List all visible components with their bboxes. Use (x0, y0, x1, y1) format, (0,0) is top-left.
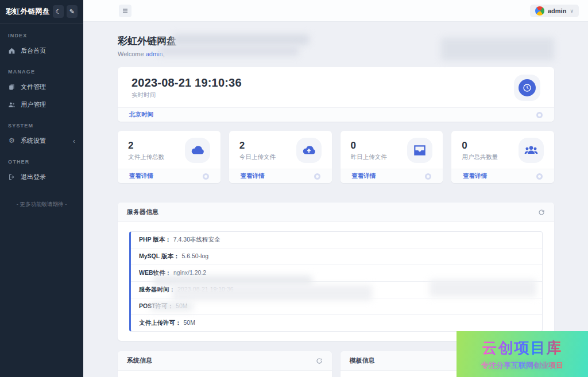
section-header: MANAGE (0, 69, 83, 75)
app-root: 彩虹外链网盘 ☾ ✎ INDEX 后台首页 MANAGE 文件管理 用户管理 S… (0, 0, 588, 377)
logout-icon (8, 173, 16, 181)
info-label: 服务器时间： (139, 286, 175, 294)
info-value: 7.4.30非线程安全 (173, 236, 220, 244)
home-icon (8, 47, 16, 55)
welcome-greeting: Welcome admin, (118, 50, 554, 57)
sidebar-section-other: OTHER 退出登录 (0, 159, 83, 186)
arrow-circle-icon[interactable] (314, 173, 320, 180)
info-row: 服务器时间：2023-08-21 19:10:36 (131, 282, 542, 298)
sidebar-item-settings[interactable]: ⚙ 系统设置 ‹ (0, 132, 83, 150)
sidebar-section-manage: MANAGE 文件管理 用户管理 (0, 69, 83, 114)
stat-label: 今日上传文件 (239, 153, 276, 161)
sidebar-section-index: INDEX 后台首页 (0, 33, 83, 60)
system-info-body: 您使用的已是最新版本！ (118, 371, 332, 377)
server-info-card: 服务器信息 PHP 版本：7.4.30非线程安全 MySQL 版本：5.6.50… (118, 203, 554, 341)
info-label: MySQL 版本： (139, 252, 179, 261)
stat-body: 2 文件上传总数 (118, 131, 220, 169)
sidebar-item-files[interactable]: 文件管理 (0, 78, 83, 96)
info-value: 50M (176, 302, 187, 310)
section-header: SYSTEM (0, 123, 83, 129)
welcome-block: 彩虹外链网盘 Welcome admin, (118, 34, 554, 57)
system-info-card: 系统信息 您使用的已是最新版本！ (118, 351, 332, 377)
cloud-upload-icon (301, 143, 316, 158)
stat-body: 0 昨日上传文件 (341, 131, 443, 169)
info-label: PHP 版本： (139, 236, 171, 244)
arrow-circle-icon[interactable] (425, 173, 431, 180)
info-value: 2023-08-21 19:10:36 (177, 286, 234, 294)
clock-label: 实时时间 (131, 91, 242, 99)
stat-value: 0 (462, 140, 498, 151)
hamburger-icon (122, 7, 129, 14)
user-name: admin (548, 7, 566, 14)
stat-icon-wrap (519, 138, 544, 163)
stat-icon-wrap (407, 138, 432, 163)
greeting-prefix: Welcome (118, 50, 144, 57)
avatar (535, 6, 544, 15)
current-time: 2023-08-21 19:10:36 (131, 76, 242, 90)
stat-card-total-users: 0 用户总共数量 查看详情 (451, 131, 554, 183)
sidebar-toggle-button[interactable] (119, 5, 131, 17)
clock-icon-wrap (514, 75, 540, 101)
chevron-down-icon: ∨ (570, 8, 574, 14)
greeting-user-link[interactable]: admin (146, 50, 163, 57)
stat-value: 2 (239, 140, 276, 151)
server-info-body: PHP 版本：7.4.30非线程安全 MySQL 版本：5.6.50-log W… (118, 222, 554, 341)
info-value: 5.6.50-log (181, 252, 208, 261)
info-label: 文件上传许可： (139, 319, 181, 327)
sidebar-item-users[interactable]: 用户管理 (0, 96, 83, 114)
stats-row: 2 文件上传总数 查看详情 2 (118, 131, 554, 183)
info-row: 文件上传许可：50M (131, 315, 542, 331)
view-details-link[interactable]: 查看详情 (129, 172, 153, 180)
user-menu[interactable]: admin ∨ (530, 5, 579, 17)
watermark-title: 云创项目库 (482, 338, 563, 358)
info-row: WEB软件：nginx/1.20.2 (131, 265, 542, 282)
stat-card-today-uploads: 2 今日上传文件 查看详情 (229, 131, 332, 183)
stat-label: 昨日上传文件 (351, 153, 387, 161)
info-row: POST许可：50M (131, 298, 542, 315)
view-details-link[interactable]: 查看详情 (352, 172, 376, 180)
section-header: OTHER (0, 159, 83, 165)
page-content: 彩虹外链网盘 Welcome admin, 2023-08-21 19:10:3… (83, 22, 588, 377)
sidebar-item-logout[interactable]: 退出登录 (0, 168, 83, 186)
moon-icon: ☾ (55, 8, 61, 15)
arrow-circle-icon[interactable] (536, 112, 543, 118)
panel-title: 系统信息 (127, 356, 152, 365)
files-icon (8, 83, 16, 91)
sidebar-item-label: 后台首页 (21, 46, 46, 55)
sidebar-section-system: SYSTEM ⚙ 系统设置 ‹ (0, 123, 83, 150)
watermark: 云创项目库 专注分享互联网创业项目 (457, 331, 588, 377)
refresh-icon[interactable] (538, 209, 545, 216)
info-value: 50M (184, 319, 195, 327)
inbox-icon (412, 143, 427, 158)
stat-footer: 查看详情 (341, 169, 443, 183)
stat-label: 用户总共数量 (462, 153, 498, 161)
chevron-left-icon: ‹ (73, 137, 75, 145)
sidebar-item-label: 文件管理 (21, 83, 46, 91)
arrow-circle-icon[interactable] (203, 173, 209, 180)
refresh-icon[interactable] (316, 357, 323, 364)
beijing-time-link[interactable]: 北京时间 (129, 111, 153, 119)
sidebar-item-label: 用户管理 (21, 100, 46, 109)
greeting-suffix: , (163, 50, 165, 57)
view-details-link[interactable]: 查看详情 (241, 172, 265, 180)
stat-footer: 查看详情 (451, 169, 554, 183)
topbar: admin ∨ (83, 0, 588, 22)
sidebar-item-dashboard[interactable]: 后台首页 (0, 42, 83, 60)
stat-body: 2 今日上传文件 (229, 131, 332, 169)
server-info-list: PHP 版本：7.4.30非线程安全 MySQL 版本：5.6.50-log W… (129, 231, 543, 332)
info-row: MySQL 版本：5.6.50-log (131, 248, 542, 265)
sidebar-item-label: 系统设置 (21, 137, 46, 145)
theme-edit-button[interactable]: ✎ (67, 5, 78, 18)
system-info-header: 系统信息 (118, 351, 332, 371)
user-group-icon (524, 143, 539, 158)
stat-body: 0 用户总共数量 (451, 131, 554, 169)
info-row: PHP 版本：7.4.30非线程安全 (131, 232, 542, 248)
stat-card-yesterday-uploads: 0 昨日上传文件 查看详情 (341, 131, 443, 183)
arrow-circle-icon[interactable] (536, 173, 543, 180)
stat-label: 文件上传总数 (128, 153, 164, 161)
stat-icon-wrap (185, 138, 210, 163)
dark-mode-button[interactable]: ☾ (53, 5, 64, 18)
view-details-link[interactable]: 查看详情 (463, 172, 487, 180)
sidebar-item-label: 退出登录 (21, 173, 46, 181)
stat-value: 2 (128, 140, 164, 151)
